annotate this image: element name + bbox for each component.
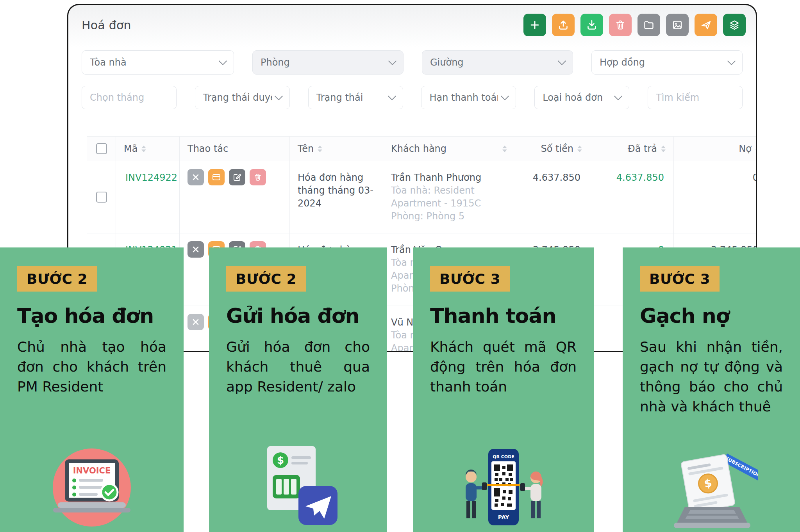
delete-button[interactable]: [609, 14, 632, 36]
status-label: Trạng thái: [316, 92, 363, 103]
folder-icon: [643, 19, 655, 31]
col-header-amount[interactable]: Số tiền: [515, 136, 590, 161]
col-header-paid[interactable]: Đã trả: [590, 136, 674, 161]
step-badge: BƯỚC 2: [17, 266, 97, 292]
step-card-create-invoice: BƯỚC 2 Tạo hóa đơn Chủ nhà tạo hóa đơn c…: [0, 247, 184, 532]
chevron-down-icon: [501, 92, 509, 100]
step-badge: BƯỚC 3: [640, 266, 720, 292]
invoice-name-cell: Hóa đơn hàng tháng tháng 03-2024: [290, 161, 383, 233]
download-icon: [586, 19, 598, 31]
sort-icon: [502, 146, 507, 152]
layers-button[interactable]: [723, 14, 746, 36]
col-header-debt[interactable]: Nợ: [674, 136, 757, 161]
chevron-down-icon: [727, 57, 736, 65]
delete-action-button[interactable]: [250, 169, 266, 185]
row-checkbox[interactable]: [96, 192, 107, 203]
approve-status-label: Trạng thái duyệt: [203, 92, 272, 103]
invoice-laptop-icon: INVOICE: [47, 445, 137, 531]
invoice-code-cell: INV124922: [116, 161, 180, 233]
select-all-cell: [87, 136, 116, 161]
filter-row-1: Tòa nhà Phòng Giường Hợp đồng: [82, 50, 743, 75]
search-input[interactable]: [648, 86, 743, 109]
invoice-type-label: Loại hoá đơn: [543, 92, 603, 103]
filter-row-2: Trạng thái duyệt Trạng thái Hạn thanh to…: [82, 86, 743, 109]
chevron-down-icon: [388, 92, 396, 100]
step-body: Gửi hóa đơn cho khách thuê qua app Resid…: [226, 337, 370, 397]
sort-icon: [318, 146, 322, 152]
chevron-down-icon: [558, 57, 566, 65]
image-icon: [671, 19, 683, 31]
chevron-down-icon: [614, 92, 622, 100]
upload-icon: [557, 19, 569, 31]
edit-icon: [232, 173, 242, 182]
actions-cell: [180, 161, 290, 233]
toolbar: [523, 14, 746, 36]
add-button[interactable]: [523, 14, 546, 36]
col-header-code[interactable]: Mã: [116, 136, 180, 161]
sort-icon: [755, 146, 757, 152]
customer-room: Phòng: Phòng 5: [391, 210, 507, 223]
customer-name: Trần Thanh Phương: [391, 171, 507, 184]
room-select[interactable]: Phòng: [252, 50, 404, 75]
col-header-actions: Thao tác: [180, 136, 290, 161]
cancel-action-button[interactable]: [188, 314, 204, 330]
due-date-label: Hạn thanh toán: [429, 92, 498, 103]
trash-icon: [614, 19, 626, 31]
x-icon: [192, 246, 200, 253]
step-body: Sau khi nhận tiền, gạch nợ tự động và th…: [640, 337, 783, 416]
step-card-send-invoice: BƯỚC 2 Gửi hóa đơn Gửi hóa đơn cho khách…: [209, 247, 387, 532]
svg-text:PAY: PAY: [498, 514, 509, 520]
customer-building: Tòa nhà: Resident Apartment - 1915C: [391, 184, 507, 210]
x-icon: [192, 318, 200, 326]
step-badge: BƯỚC 2: [226, 266, 306, 292]
send-invoice-icon: $: [253, 442, 343, 528]
plus-icon: [529, 19, 541, 31]
send-button[interactable]: [695, 14, 717, 36]
col-header-customer[interactable]: Khách hàng: [383, 136, 515, 161]
sort-icon: [141, 146, 146, 152]
step-title: Tạo hóa đơn: [17, 304, 166, 327]
row-select-cell: [87, 161, 116, 233]
building-select[interactable]: Tòa nhà: [82, 50, 234, 75]
step-card-payment: BƯỚC 3 Thanh toán Khách quét mã QR động …: [413, 247, 594, 532]
month-input[interactable]: [82, 86, 177, 109]
svg-text:$: $: [277, 454, 284, 466]
col-header-name[interactable]: Tên: [290, 136, 383, 161]
svg-text:QR CODE: QR CODE: [493, 454, 514, 459]
step-badge: BƯỚC 3: [430, 266, 510, 292]
edit-action-button[interactable]: [229, 169, 245, 185]
step-title: Gạch nợ: [640, 304, 783, 327]
invoice-type-select[interactable]: Loại hoá đơn: [534, 86, 629, 109]
approve-status-select[interactable]: Trạng thái duyệt: [195, 86, 290, 109]
page-title: Hoá đơn: [82, 18, 131, 32]
select-all-checkbox[interactable]: [96, 143, 107, 154]
cancel-action-button[interactable]: [188, 169, 204, 185]
step-body: Chủ nhà tạo hóa đơn cho khách trên PM Re…: [17, 337, 166, 397]
building-select-label: Tòa nhà: [90, 57, 127, 68]
payment-action-button[interactable]: [208, 169, 225, 185]
paper-plane-icon: [700, 19, 712, 31]
image-button[interactable]: [666, 14, 689, 36]
due-date-select[interactable]: Hạn thanh toán: [421, 86, 516, 109]
debt-clear-icon: SUBSCRIPTION $: [664, 449, 758, 531]
trash-icon: [254, 173, 262, 181]
status-select[interactable]: Trạng thái: [308, 86, 403, 109]
panel-header: Hoá đơn: [82, 14, 746, 36]
screenshot-root: Hoá đơn: [0, 0, 800, 532]
folder-button[interactable]: [638, 14, 660, 36]
bed-select[interactable]: Giường: [422, 50, 573, 75]
chevron-down-icon: [275, 92, 283, 100]
upload-button[interactable]: [552, 14, 575, 36]
layers-icon: [729, 19, 740, 31]
amount-cell: 4.637.850: [515, 161, 590, 233]
download-button[interactable]: [580, 14, 603, 36]
debt-cell: 0: [674, 161, 757, 233]
room-select-label: Phòng: [261, 57, 290, 68]
sort-icon: [661, 146, 666, 152]
invoice-code-link[interactable]: INV124922: [125, 172, 177, 183]
chevron-down-icon: [219, 57, 227, 65]
cancel-action-button[interactable]: [188, 241, 204, 258]
step-body: Khách quét mã QR động trên hóa đơn thanh…: [430, 337, 577, 397]
contract-select[interactable]: Hợp đồng: [591, 50, 743, 75]
sort-icon: [577, 146, 582, 152]
